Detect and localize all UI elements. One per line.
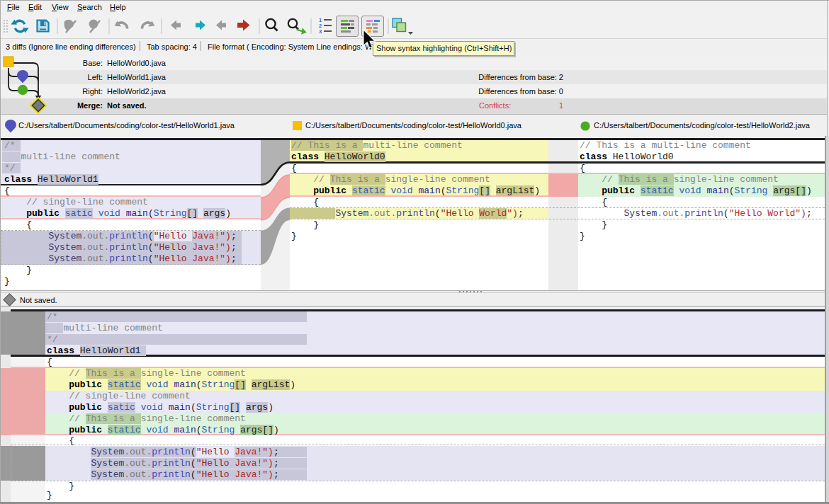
svg-text:3: 3 xyxy=(319,28,322,35)
